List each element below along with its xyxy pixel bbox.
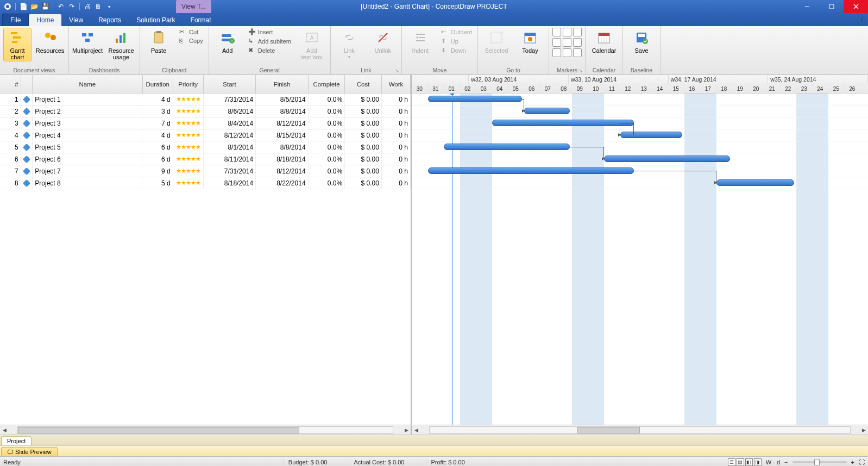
cell[interactable] bbox=[21, 129, 33, 141]
table-row[interactable]: 7Project 79 d★★★★★7/31/20148/12/20140.0%… bbox=[0, 165, 411, 177]
open-icon[interactable]: 📂 bbox=[30, 2, 39, 11]
cell[interactable]: 3 bbox=[0, 117, 21, 129]
cell[interactable]: $ 0.00 bbox=[345, 117, 382, 129]
today-button[interactable]: Today bbox=[515, 28, 545, 54]
cell[interactable]: 8/15/2014 bbox=[256, 129, 308, 141]
table-row[interactable]: 4Project 44 d★★★★★8/12/20148/15/20140.0%… bbox=[0, 129, 411, 141]
gantt-bar[interactable] bbox=[524, 108, 570, 114]
save-button[interactable]: Save bbox=[626, 28, 657, 54]
cell[interactable]: ★★★★★ bbox=[173, 129, 204, 141]
cell[interactable]: 0 h bbox=[382, 105, 411, 117]
print-icon[interactable]: 🖨 bbox=[83, 2, 92, 11]
table-row[interactable]: 5Project 56 d★★★★★8/1/20148/8/20140.0%$ … bbox=[0, 141, 411, 153]
gantt-bar[interactable] bbox=[492, 120, 634, 126]
calendar-button[interactable]: Calendar bbox=[589, 28, 619, 54]
close-button[interactable] bbox=[844, 0, 868, 13]
cell[interactable]: 0.0% bbox=[309, 105, 345, 117]
cell[interactable]: $ 0.00 bbox=[345, 105, 382, 117]
cell[interactable] bbox=[21, 153, 33, 165]
cell[interactable]: 5 bbox=[0, 141, 21, 153]
gantt-bar[interactable] bbox=[604, 156, 730, 162]
multiproject-button[interactable]: Multiproject bbox=[72, 28, 103, 54]
add-subitem-button[interactable]: ↳Add subitem bbox=[246, 37, 293, 45]
cell[interactable]: 0 h bbox=[382, 177, 411, 189]
tab-solution-park[interactable]: Solution Park bbox=[129, 14, 183, 26]
cell[interactable]: $ 0.00 bbox=[345, 153, 382, 165]
insert-button[interactable]: ➕Insert bbox=[246, 28, 293, 36]
view-mode-icons[interactable]: ☰▤◧◨ bbox=[728, 458, 762, 466]
copy-button[interactable]: ⎘Copy bbox=[177, 37, 205, 45]
cell[interactable]: 8/22/2014 bbox=[256, 177, 308, 189]
cell[interactable]: 0 h bbox=[382, 153, 411, 165]
cell[interactable]: $ 0.00 bbox=[345, 177, 382, 189]
cell[interactable]: 1 bbox=[0, 94, 21, 105]
cell[interactable]: 7/31/2014 bbox=[204, 94, 256, 105]
delete-button[interactable]: ✖Delete bbox=[246, 46, 293, 54]
cell[interactable]: 0.0% bbox=[309, 129, 345, 141]
sheet-tab-slide-preview[interactable]: 🖵Slide Preview bbox=[1, 447, 58, 456]
cell[interactable]: 4 d bbox=[142, 129, 173, 141]
sheet-tab-project[interactable]: Project bbox=[1, 436, 32, 445]
minimize-button[interactable] bbox=[795, 0, 819, 13]
cell[interactable]: Project 1 bbox=[33, 94, 142, 105]
dialog-launcher-icon[interactable]: ↘ bbox=[395, 68, 399, 73]
cell[interactable] bbox=[21, 117, 33, 129]
zoom-fit-icon[interactable]: ⛶ bbox=[859, 459, 865, 465]
resource-usage-button[interactable]: Resourceusage bbox=[106, 28, 136, 60]
zoom-in-icon[interactable]: + bbox=[851, 459, 854, 465]
gantt-bar[interactable] bbox=[428, 167, 634, 174]
cell[interactable]: 8/8/2014 bbox=[256, 105, 308, 117]
cell[interactable]: 0 h bbox=[382, 94, 411, 105]
tab-view[interactable]: View bbox=[61, 14, 91, 26]
contextual-tab[interactable]: View T... bbox=[176, 0, 211, 13]
column-header-name[interactable]: Name bbox=[33, 75, 143, 93]
app-icon[interactable] bbox=[3, 2, 12, 11]
gantt-row[interactable] bbox=[412, 117, 868, 129]
cell[interactable]: $ 0.00 bbox=[345, 141, 382, 153]
cell[interactable]: 4 d bbox=[142, 94, 173, 105]
cell[interactable]: Project 8 bbox=[33, 177, 142, 189]
cell[interactable]: 8/5/2014 bbox=[256, 94, 308, 105]
cell[interactable]: ★★★★★ bbox=[173, 105, 204, 117]
undo-icon[interactable]: ↶ bbox=[56, 2, 65, 11]
cut-button[interactable]: ✂Cut bbox=[177, 28, 205, 36]
cell[interactable]: Project 5 bbox=[33, 141, 142, 153]
gantt-body[interactable] bbox=[412, 94, 868, 425]
cell[interactable]: Project 2 bbox=[33, 105, 142, 117]
cell[interactable]: $ 0.00 bbox=[345, 165, 382, 177]
cell[interactable]: 9 d bbox=[142, 165, 173, 177]
cell[interactable]: ★★★★★ bbox=[173, 94, 204, 105]
cell[interactable] bbox=[21, 177, 33, 189]
qat-dropdown-icon[interactable]: ▾ bbox=[105, 2, 114, 11]
column-header-#[interactable]: # bbox=[0, 75, 21, 93]
gantt-row[interactable] bbox=[412, 105, 868, 117]
cell[interactable]: 8/6/2014 bbox=[204, 105, 256, 117]
cell[interactable]: 8/12/2014 bbox=[256, 165, 308, 177]
redo-icon[interactable]: ↷ bbox=[67, 2, 76, 11]
cell[interactable]: 8 bbox=[0, 177, 21, 189]
gantt-chart-button[interactable]: Ganttchart bbox=[3, 28, 32, 61]
cell[interactable]: 0.0% bbox=[309, 141, 345, 153]
tab-format[interactable]: Format bbox=[183, 14, 219, 26]
cell[interactable]: 7 d bbox=[142, 117, 173, 129]
tab-home[interactable]: Home bbox=[29, 14, 61, 26]
cell[interactable]: 0 h bbox=[382, 165, 411, 177]
cell[interactable]: ★★★★★ bbox=[173, 177, 204, 189]
cell[interactable]: 0.0% bbox=[309, 177, 345, 189]
cell[interactable]: 0.0% bbox=[309, 165, 345, 177]
table-row[interactable]: 2Project 23 d★★★★★8/6/20148/8/20140.0%$ … bbox=[0, 105, 411, 117]
table-row[interactable]: 6Project 66 d★★★★★8/11/20148/18/20140.0%… bbox=[0, 153, 411, 165]
column-header-finish[interactable]: Finish bbox=[256, 75, 309, 93]
cell[interactable]: ★★★★★ bbox=[173, 165, 204, 177]
cell[interactable]: 8/11/2014 bbox=[204, 153, 256, 165]
cell[interactable]: ★★★★★ bbox=[173, 117, 204, 129]
cell[interactable]: ★★★★★ bbox=[173, 141, 204, 153]
cell[interactable]: 8/1/2014 bbox=[204, 141, 256, 153]
cell[interactable] bbox=[21, 141, 33, 153]
paste-button[interactable]: Paste bbox=[143, 28, 174, 54]
cell[interactable] bbox=[21, 105, 33, 117]
zoom-out-icon[interactable]: − bbox=[784, 459, 788, 465]
cell[interactable]: 0 h bbox=[382, 117, 411, 129]
gantt-bar[interactable] bbox=[716, 179, 795, 186]
cell[interactable]: Project 4 bbox=[33, 129, 142, 141]
